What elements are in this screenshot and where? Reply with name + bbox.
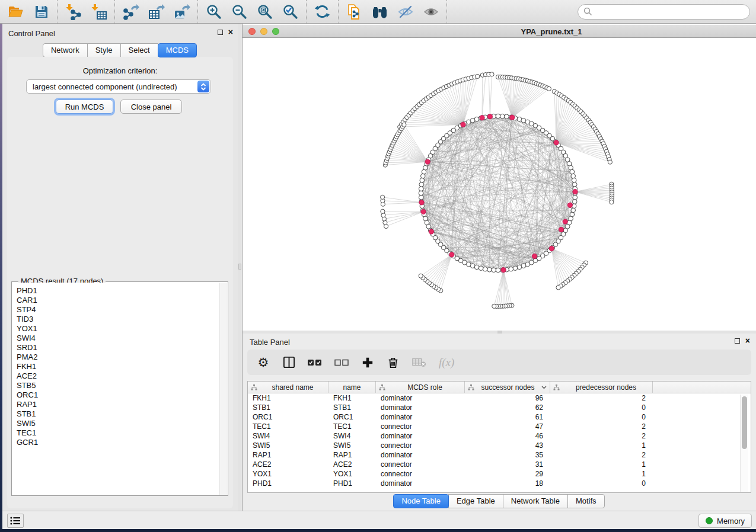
table-row[interactable]: TEC1TEC1connector472 [248, 422, 751, 431]
table-cell: 0 [550, 403, 653, 412]
table-scrollbar[interactable] [740, 395, 748, 492]
memory-button[interactable]: Memory [698, 514, 752, 528]
mcds-list-item[interactable]: CAR1 [17, 296, 219, 305]
show-columns-icon[interactable] [282, 355, 295, 370]
export-network-glyph [123, 4, 139, 20]
mcds-list-item[interactable]: PHD1 [17, 286, 219, 296]
mcds-result-list[interactable]: PHD1CAR1STP4TID3YOX1SWI4SRD1PMA2FKH1ACE2… [12, 283, 219, 495]
mcds-list-item[interactable]: STB5 [17, 381, 219, 390]
export-table-icon[interactable] [143, 2, 169, 22]
import-network-icon[interactable] [60, 2, 86, 22]
tab-network-table[interactable]: Network Table [503, 494, 568, 508]
zoom-fit-icon[interactable] [252, 2, 277, 22]
show-task-history-button[interactable] [7, 514, 24, 528]
table-row[interactable]: ACE2ACE2connector311 [248, 460, 751, 469]
table-row[interactable]: YOX1YOX1connector291 [248, 469, 751, 479]
mcds-list-item[interactable]: STB1 [17, 409, 219, 419]
zoom-in-glyph [206, 4, 222, 20]
window-maximize-icon[interactable] [272, 28, 279, 35]
mcds-list-item[interactable]: STP4 [17, 305, 219, 315]
export-image-icon[interactable] [169, 2, 194, 22]
column-header-successor-nodes[interactable]: successor nodes [465, 382, 550, 393]
refresh-glyph [314, 4, 330, 20]
table-cell: dominator [376, 403, 465, 412]
table-row[interactable]: ORC1ORC1dominator610 [248, 412, 751, 422]
column-header-shared-name[interactable]: shared name [248, 382, 328, 393]
table-cell: FKH1 [328, 393, 376, 403]
table-row[interactable]: SWI4SWI4dominator462 [248, 431, 751, 441]
network-canvas[interactable] [243, 38, 756, 331]
table-row[interactable]: FKH1FKH1dominator962 [248, 393, 751, 403]
export-network-icon[interactable] [118, 2, 143, 22]
select-all-columns-icon[interactable] [308, 355, 322, 370]
delete-column-icon[interactable] [387, 355, 400, 370]
search-input[interactable] [596, 7, 744, 16]
function-builder-icon[interactable]: f(x) [439, 355, 454, 370]
vertical-splitter[interactable] [238, 24, 243, 511]
column-header-predecessor-nodes[interactable]: predecessor nodes [550, 382, 653, 393]
network-window-titlebar[interactable]: YPA_prune.txt_1 [243, 25, 756, 38]
criterion-dropdown[interactable]: largest connected component (undirected) [26, 79, 211, 94]
table-cell: YOX1 [328, 469, 376, 479]
table-row[interactable]: PHD1PHD1dominator180 [248, 479, 751, 488]
mcds-list-scrollbar[interactable] [219, 283, 227, 495]
table-row[interactable]: STB1STB1dominator620 [248, 403, 751, 412]
table-cell: RAP1 [328, 450, 376, 460]
import-table-icon[interactable] [86, 2, 111, 22]
table-scrollbar-thumb[interactable] [742, 396, 747, 449]
tab-motifs[interactable]: Motifs [567, 494, 605, 508]
zoom-selected-icon[interactable] [277, 2, 303, 22]
network-search-field[interactable] [578, 4, 750, 20]
save-icon[interactable] [28, 2, 54, 22]
mcds-list-item[interactable]: SWI5 [17, 419, 219, 428]
tab-style[interactable]: Style [87, 43, 121, 57]
mcds-list-item[interactable]: ACE2 [17, 371, 219, 381]
column-header-MCDS-role[interactable]: MCDS role [376, 382, 465, 393]
table-float-icon[interactable] [735, 338, 740, 344]
mcds-list-item[interactable]: FKH1 [17, 362, 219, 371]
node-table-header: shared namenameMCDS rolesuccessor nodesp… [248, 382, 751, 393]
tab-select[interactable]: Select [120, 43, 158, 57]
zoom-out-glyph [231, 4, 247, 20]
clone-network-glyph [346, 4, 363, 20]
mcds-list-item[interactable]: TID3 [17, 315, 219, 324]
zoom-out-icon[interactable] [227, 2, 252, 22]
new-network-from-selection-icon[interactable] [342, 2, 367, 22]
mcds-list-item[interactable]: GCR1 [17, 438, 219, 447]
mcds-list-item[interactable]: PMA2 [17, 352, 219, 362]
show-all-icon[interactable] [418, 2, 444, 22]
delete-table-icon[interactable] [412, 355, 426, 370]
table-row[interactable]: SWI5SWI5connector431 [248, 441, 751, 450]
splitter-grip[interactable] [238, 264, 241, 270]
refresh-icon[interactable] [310, 2, 335, 22]
column-header-name[interactable]: name [328, 382, 376, 393]
first-neighbors-icon[interactable] [367, 2, 393, 22]
deselect-all-columns-icon[interactable] [334, 355, 349, 370]
table-row[interactable]: RAP1RAP1dominator352 [248, 450, 751, 460]
mcds-list-item[interactable]: TEC1 [17, 428, 219, 438]
zoom-in-icon[interactable] [201, 2, 227, 22]
mcds-list-item[interactable]: RAP1 [17, 400, 219, 409]
mcds-list-item[interactable]: YOX1 [17, 324, 219, 334]
desktop-background [0, 24, 2, 529]
tab-mcds[interactable]: MCDS [158, 43, 197, 57]
mcds-list-item[interactable]: SWI4 [17, 334, 219, 343]
open-icon[interactable] [3, 2, 28, 22]
column-settings-icon[interactable]: ⚙ [257, 355, 270, 370]
hide-selected-icon[interactable] [393, 2, 418, 22]
mcds-list-item[interactable]: SRD1 [17, 343, 219, 352]
run-mcds-button[interactable]: Run MCDS [56, 100, 113, 114]
float-panel-icon[interactable] [218, 30, 223, 35]
close-panel-button[interactable]: Close panel [120, 100, 182, 114]
window-minimize-icon[interactable] [260, 28, 267, 35]
close-panel-icon[interactable]: × [228, 29, 233, 35]
network-graph[interactable] [243, 38, 756, 331]
add-column-icon[interactable] [361, 355, 374, 370]
column-header-filler [653, 382, 751, 393]
window-close-icon[interactable] [248, 28, 256, 35]
table-close-icon[interactable]: × [745, 338, 750, 344]
tab-network[interactable]: Network [43, 43, 88, 57]
mcds-list-item[interactable]: ORC1 [17, 390, 219, 400]
tab-edge-table[interactable]: Edge Table [448, 494, 503, 508]
tab-node-table[interactable]: Node Table [393, 494, 449, 508]
